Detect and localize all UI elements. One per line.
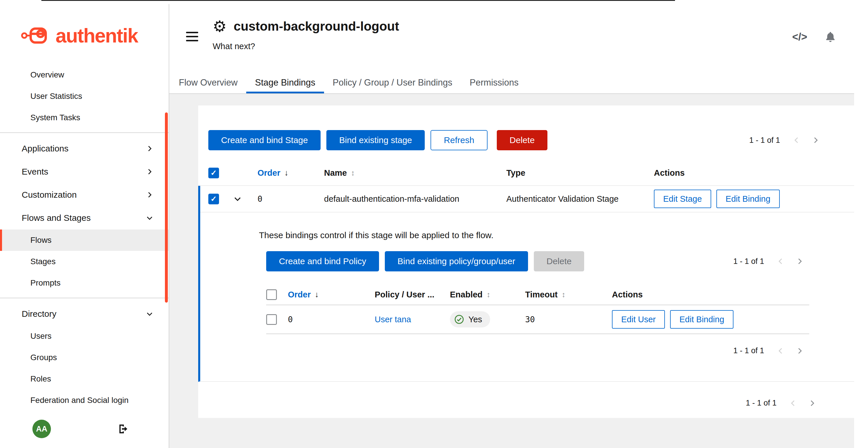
sidebar-item-groups[interactable]: Groups — [0, 347, 169, 368]
api-code-icon[interactable]: </> — [792, 31, 807, 43]
sidebar-item-label: User Statistics — [30, 92, 82, 101]
pagination-label: 1 - 1 of 1 — [733, 346, 764, 355]
card-bottom-pagination: 1 - 1 of 1 — [198, 382, 854, 418]
page-title: custom-background-logout — [234, 19, 399, 34]
bindings-delete-button: Delete — [534, 251, 585, 271]
pagination-prev-button[interactable] — [787, 136, 806, 144]
binding-policy-link[interactable]: User tana — [375, 315, 411, 324]
refresh-button[interactable]: Refresh — [431, 130, 488, 150]
pagination-prev-button[interactable] — [783, 399, 803, 408]
chevron-down-icon — [146, 214, 154, 222]
sidebar-divider — [0, 132, 169, 133]
chevron-left-icon — [776, 257, 785, 266]
pagination: 1 - 1 of 1 — [749, 136, 825, 145]
tab-policy-group-user-bindings[interactable]: Policy / Group / User Bindings — [324, 72, 461, 93]
hamburger-icon — [186, 32, 198, 33]
logout-icon[interactable] — [117, 422, 130, 436]
column-header-order[interactable]: Order — [257, 168, 280, 178]
sidebar-item-applications[interactable]: Applications — [0, 137, 169, 160]
bind-existing-stage-button[interactable]: Bind existing stage — [327, 130, 425, 150]
chevron-right-icon — [146, 144, 154, 152]
bindings-description: These bindings control if this stage wil… — [259, 230, 809, 240]
sidebar-nav: Overview User Statistics System Tasks Ap… — [0, 57, 169, 411]
tab-flow-overview[interactable]: Flow Overview — [170, 72, 246, 93]
pagination-prev-button[interactable] — [771, 257, 790, 266]
row-expander-chevron-down-icon[interactable] — [233, 194, 242, 204]
create-and-bind-policy-button[interactable]: Create and bind Policy — [266, 251, 379, 271]
pagination-next-button[interactable] — [790, 257, 809, 266]
sidebar-item-system-tasks[interactable]: System Tasks — [0, 107, 169, 128]
column-header-enabled[interactable]: Enabled — [450, 290, 483, 300]
sidebar-item-label: Stages — [30, 257, 56, 266]
sidebar-subnav-directory: Users Groups Roles Federation and Social… — [0, 325, 169, 411]
sidebar-item-stages[interactable]: Stages — [0, 251, 169, 272]
authentik-logo[interactable]: authentik — [0, 4, 169, 57]
bind-existing-policy-button[interactable]: Bind existing policy/group/user — [385, 251, 528, 271]
row-checkbox[interactable]: ✓ — [208, 194, 219, 204]
sidebar-item-user-statistics[interactable]: User Statistics — [0, 85, 169, 107]
chevron-left-icon — [792, 136, 801, 144]
app-window: authentik Overview User Statistics Syste… — [0, 4, 868, 448]
menu-toggle-button[interactable] — [186, 32, 198, 41]
column-header-order[interactable]: Order — [288, 290, 311, 300]
tab-stage-bindings[interactable]: Stage Bindings — [246, 72, 324, 93]
sidebar-item-events[interactable]: Events — [0, 160, 169, 183]
sidebar-item-customization[interactable]: Customization — [0, 183, 169, 206]
enabled-badge: Yes — [450, 311, 490, 328]
stage-bindings-panel: These bindings control if this stage wil… — [200, 212, 854, 381]
user-avatar[interactable]: AA — [32, 420, 51, 438]
sidebar-item-directory[interactable]: Directory — [0, 302, 169, 325]
create-and-bind-stage-button[interactable]: Create and bind Stage — [208, 130, 320, 150]
sidebar-subnav-flows: Flows Stages Prompts — [0, 230, 169, 294]
pagination-next-button[interactable] — [790, 347, 809, 355]
edit-binding-button[interactable]: Edit Binding — [670, 310, 734, 329]
sidebar-item-prompts[interactable]: Prompts — [0, 272, 169, 294]
delete-button[interactable]: Delete — [497, 130, 548, 150]
column-header-name[interactable]: Name — [324, 168, 347, 178]
main-area: ⚙ custom-background-logout What next? </… — [169, 4, 868, 448]
pagination-prev-button[interactable] — [771, 347, 790, 355]
sort-desc-icon: ↓ — [315, 290, 319, 299]
pagination-next-button[interactable] — [806, 136, 825, 144]
select-all-checkbox[interactable]: ✓ — [208, 168, 219, 178]
sidebar-scrollbar[interactable] — [165, 112, 168, 303]
chevron-left-icon — [776, 347, 785, 355]
sidebar-item-label: Prompts — [30, 278, 60, 287]
sidebar-item-label: Groups — [30, 353, 57, 362]
title-block: ⚙ custom-background-logout What next? — [213, 19, 399, 51]
edit-user-button[interactable]: Edit User — [612, 310, 665, 329]
pagination-label: 1 - 1 of 1 — [733, 257, 764, 266]
tab-permissions[interactable]: Permissions — [461, 72, 527, 93]
sidebar: authentik Overview User Statistics Syste… — [0, 4, 169, 448]
sidebar-item-overview[interactable]: Overview — [0, 64, 169, 85]
sidebar-item-label: Federation and Social login — [30, 396, 128, 405]
edit-stage-button[interactable]: Edit Stage — [654, 189, 711, 208]
page-subtitle: What next? — [213, 42, 399, 51]
check-icon: ✓ — [211, 169, 217, 177]
sidebar-section-label: Applications — [22, 144, 69, 153]
sidebar-item-users[interactable]: Users — [0, 325, 169, 347]
column-header-actions: Actions — [612, 290, 643, 300]
row-checkbox[interactable] — [266, 314, 277, 325]
sidebar-item-flows-and-stages[interactable]: Flows and Stages — [0, 206, 169, 230]
sort-desc-icon: ↓ — [284, 168, 288, 177]
notifications-button[interactable] — [824, 31, 837, 43]
sidebar-item-roles[interactable]: Roles — [0, 368, 169, 390]
enabled-badge-label: Yes — [468, 315, 482, 324]
sidebar-section-label: Directory — [22, 309, 56, 319]
chevron-right-icon — [808, 399, 816, 408]
sidebar-item-flows[interactable]: Flows — [0, 230, 169, 251]
column-header-timeout[interactable]: Timeout — [525, 290, 558, 300]
edit-binding-button[interactable]: Edit Binding — [716, 189, 780, 208]
header-actions: </> — [792, 31, 837, 43]
bindings-table: Order↓ Policy / User ... Enabled↕ Timeou… — [266, 284, 809, 334]
sidebar-divider — [0, 298, 169, 298]
chevron-right-icon — [811, 136, 820, 144]
select-all-checkbox[interactable] — [266, 289, 277, 300]
bindings-table-header: Order↓ Policy / User ... Enabled↕ Timeou… — [266, 284, 809, 305]
sidebar-item-federation[interactable]: Federation and Social login — [0, 390, 169, 411]
pagination-next-button[interactable] — [803, 399, 822, 408]
chevron-down-icon — [146, 310, 154, 318]
stage-table-row: ✓ 0 default-authentication-mfa-validatio… — [200, 186, 854, 212]
stage-row-group: ✓ 0 default-authentication-mfa-validatio… — [198, 186, 854, 382]
